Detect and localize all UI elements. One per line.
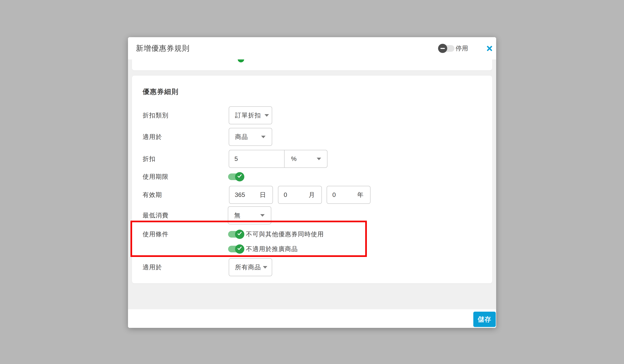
caret-down-icon	[260, 214, 265, 217]
condition-text-no-stacking: 不可與其他優惠券同時使用	[246, 230, 324, 239]
usage-period-toggle[interactable]	[228, 172, 244, 181]
validity-months-box: 月	[278, 186, 322, 204]
toggle-knob	[235, 172, 244, 182]
modal-title: 新增優惠券規則	[136, 37, 190, 59]
modal-header: 新增優惠券規則 停用	[128, 37, 496, 59]
discount-input[interactable]	[234, 155, 280, 162]
scrolled-card-partial	[132, 59, 492, 70]
validity-label: 有效期	[143, 186, 162, 204]
caret-down-icon	[261, 136, 265, 138]
validity-days-unit: 日	[260, 191, 266, 199]
validity-years-box: 年	[327, 186, 370, 204]
validity-days-box: 日	[229, 186, 273, 204]
usage-conditions-label: 使用條件	[143, 230, 169, 239]
check-icon	[237, 173, 242, 178]
validity-months-unit: 月	[309, 191, 315, 199]
discount-input-wrap	[229, 150, 284, 167]
close-button[interactable]	[485, 44, 494, 52]
toggle-knob	[438, 44, 447, 53]
product-scope-value: 所有商品	[235, 263, 261, 271]
status-toggle[interactable]	[438, 44, 454, 53]
toggle-knob-sliver-icon	[238, 59, 244, 62]
caret-down-icon	[263, 266, 267, 269]
discount-category-value: 訂單折扣	[235, 111, 261, 119]
minimum-spend-value: 無	[234, 211, 241, 219]
check-icon	[237, 246, 242, 250]
card-heading: 優惠券細則	[143, 87, 179, 96]
discount-category-select[interactable]: 訂單折扣	[229, 106, 272, 124]
discount-input-group: %	[229, 150, 328, 168]
condition-text-no-promo: 不適用於推廣商品	[246, 244, 298, 254]
minimum-spend-label: 最低消費	[143, 206, 169, 224]
validity-years-input[interactable]	[332, 191, 356, 198]
condition-toggle-no-promo[interactable]	[228, 244, 244, 254]
coupon-details-card: 優惠券細則 折扣類別 訂單折扣 適用於 商品 折扣 %	[132, 76, 492, 283]
add-coupon-rule-modal: 新增優惠券規則 停用 優惠券細則 折扣類別 訂單折扣 適用於	[128, 37, 496, 328]
validity-years-unit: 年	[357, 191, 364, 199]
discount-unit-value: %	[291, 155, 296, 162]
minus-icon	[441, 48, 445, 49]
validity-days-input[interactable]	[235, 191, 258, 198]
save-button[interactable]: 儲存	[473, 312, 496, 327]
status-toggle-label: 停用	[456, 37, 468, 59]
modal-footer: 儲存	[128, 309, 496, 328]
modal-body: 優惠券細則 折扣類別 訂單折扣 適用於 商品 折扣 %	[128, 59, 496, 309]
condition-toggle-no-stacking[interactable]	[228, 230, 244, 239]
toggle-knob	[235, 230, 244, 239]
product-scope-label: 適用於	[143, 258, 162, 276]
validity-months-input[interactable]	[284, 191, 307, 198]
page-background: { "colors": { "accent-blue": "#0a9fd7", …	[0, 0, 624, 364]
check-icon	[237, 231, 242, 235]
product-scope-select[interactable]: 所有商品	[229, 258, 272, 276]
caret-down-icon	[317, 158, 321, 160]
applies-to-select[interactable]: 商品	[229, 128, 272, 146]
applies-to-value: 商品	[235, 133, 248, 141]
discount-unit-select[interactable]: %	[284, 150, 327, 167]
applies-to-label: 適用於	[143, 128, 162, 146]
toggle-knob	[235, 244, 244, 254]
minimum-spend-select[interactable]: 無	[228, 206, 271, 224]
usage-period-label: 使用期限	[143, 172, 169, 181]
caret-down-icon	[264, 114, 269, 117]
discount-label: 折扣	[143, 150, 156, 168]
discount-category-label: 折扣類別	[143, 106, 169, 124]
